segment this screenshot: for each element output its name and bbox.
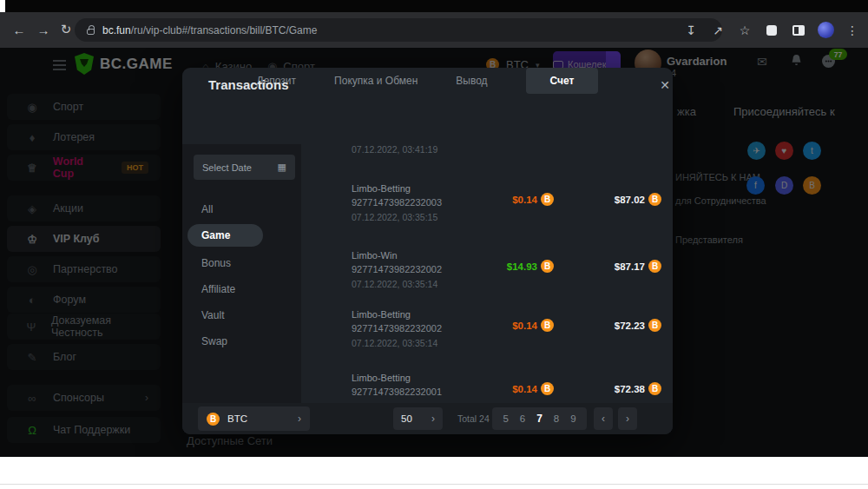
page-9[interactable]: 9 [570,413,575,424]
prev-page-icon[interactable]: ‹ [594,407,613,430]
top-strip [0,0,868,12]
calendar-icon: ▦ [278,162,286,173]
transaction-id: 92771473982232002 [352,264,442,274]
transaction-date: 07.12.2022, 03:35:14 [352,338,437,348]
menu-kebab-icon[interactable]: ⋮ [844,22,861,39]
chevron-right-icon: › [298,413,301,425]
lock-icon [87,29,95,35]
browser-chrome: ← → ↻ bc.fun/ru/vip-club#/transactions/b… [0,12,868,48]
share-icon[interactable]: ↗ [709,22,727,39]
reload-icon[interactable]: ↻ [56,19,76,40]
btc-icon: B [648,319,661,332]
next-page-icon[interactable]: › [618,407,637,430]
btc-icon: B [541,260,554,273]
transaction-date: 07.12.2022, 03:35:15 [352,212,437,222]
partial-row-date: 07.12.2022, 03:41:19 [352,144,437,155]
app-viewport: BC.GAME ⌂ Казино ◉ Спорт B BTC ▾ Кошелек… [0,48,868,457]
side-panel-icon[interactable] [790,22,807,39]
transaction-balance: $72.38B [615,382,661,395]
footer-currency-selector[interactable]: B BTC › [198,406,310,431]
back-icon[interactable]: ← [9,19,30,40]
transaction-title: Limbo-Betting [352,309,411,320]
btc-icon: B [541,193,554,206]
close-icon[interactable]: ✕ [656,76,673,94]
transaction-amount: $0.14B [512,382,554,395]
total-count: Total 24 [457,413,490,424]
modal-title: Transactions [208,77,289,92]
transaction-title: Limbo-Betting [352,373,411,383]
btc-icon: B [648,260,661,273]
page-8[interactable]: 8 [554,413,559,424]
corner-notch [0,0,5,12]
forward-icon[interactable]: → [33,19,54,40]
download-icon[interactable]: ↧ [682,22,700,39]
filter-vault[interactable]: Vault [194,309,289,321]
transaction-row[interactable]: Limbo-Win 92771473982232002 07.12.2022, … [352,250,661,295]
tab-withdraw[interactable]: Вывод [456,68,487,94]
url-text: bc.fun/ru/vip-club#/transactions/bill/BT… [102,24,317,36]
divider [0,484,868,485]
bookmark-star-icon[interactable]: ☆ [736,22,753,39]
select-date-button[interactable]: Select Date ▦ [194,155,295,180]
btc-icon: B [541,319,554,332]
page-size-selector[interactable]: 50 › [393,407,443,430]
filter-panel [182,144,301,403]
transactions-modal: Transactions ✕ Депозит Покупка и Обмен В… [182,68,673,434]
tab-buy-swap[interactable]: Покупка и Обмен [334,68,418,94]
modal-footer: B BTC › 50 › Total 24 5 6 7 8 9 ‹ › [182,403,673,434]
tab-bill[interactable]: Счет [526,68,599,94]
page-6[interactable]: 6 [520,413,525,424]
filter-all[interactable]: All [194,203,289,215]
page-7-current[interactable]: 7 [536,413,542,425]
transaction-title: Limbo-Win [352,250,398,261]
pagination: 5 6 7 8 9 [492,407,587,430]
filter-affiliate[interactable]: Affiliate [194,283,289,295]
page-5[interactable]: 5 [503,413,508,424]
chevron-right-icon: › [431,413,435,425]
transaction-amount: $14.93B [507,260,554,273]
transaction-row[interactable]: Limbo-Betting 92771473982232002 07.12.20… [352,309,661,354]
btc-icon: B [648,193,661,206]
filter-game[interactable]: Game [187,224,263,247]
transaction-amount: $0.14B [512,193,554,206]
btc-icon: B [648,382,661,395]
transaction-id: 92771473982232003 [352,197,442,208]
transaction-id: 92771473982232001 [352,387,442,397]
transaction-row[interactable]: Limbo-Betting 92771473982232003 07.12.20… [352,183,661,228]
transaction-id: 92771473982232002 [352,323,442,334]
filter-swap[interactable]: Swap [194,335,289,347]
transaction-balance: $87.17B [615,260,661,273]
transaction-date: 07.12.2022, 03:35:14 [352,279,437,289]
page-bottom-area [0,457,868,489]
btc-icon: B [207,413,220,426]
btc-icon: B [541,382,554,395]
profile-avatar-icon[interactable] [817,22,834,39]
transaction-amount: $0.14B [512,319,554,332]
transaction-title: Limbo-Betting [352,183,411,194]
url-bar[interactable]: bc.fun/ru/vip-club#/transactions/bill/BT… [75,18,722,42]
screen: ← → ↻ bc.fun/ru/vip-club#/transactions/b… [0,0,868,489]
extensions-puzzle-icon[interactable] [763,22,780,39]
transaction-balance: $87.02B [615,193,661,206]
filter-bonus[interactable]: Bonus [194,257,289,269]
transaction-balance: $72.23B [615,319,661,332]
